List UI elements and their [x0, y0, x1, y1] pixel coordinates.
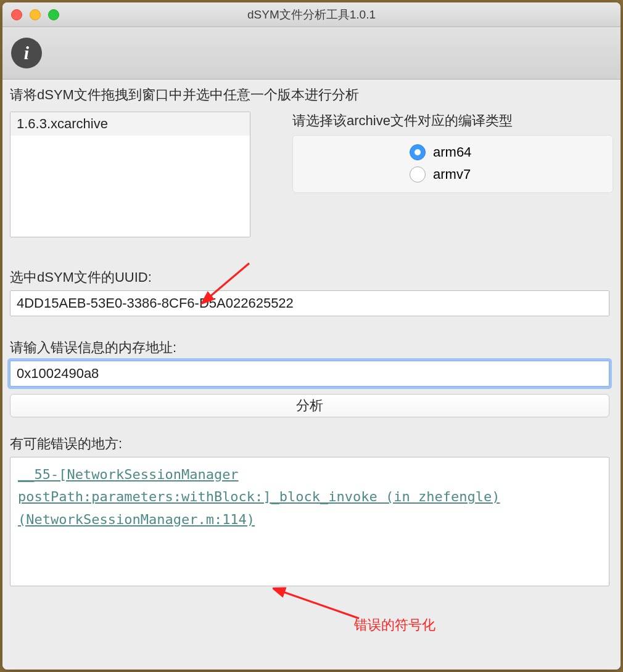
close-icon[interactable]: [11, 9, 22, 20]
annotation-text: 错误的符号化: [354, 616, 435, 634]
top-row: 1.6.3.xcarchive 请选择该archive文件对应的编译类型 arm…: [10, 112, 613, 237]
result-label: 有可能错误的地方:: [10, 435, 613, 453]
app-window: dSYM文件分析工具1.0.1 i 请将dSYM文件拖拽到窗口中并选中任意一个版…: [2, 2, 621, 670]
address-label: 请输入错误信息的内存地址:: [10, 338, 613, 357]
radio-label: armv7: [433, 166, 471, 182]
info-glyph: i: [24, 43, 29, 64]
arch-label: 请选择该archive文件对应的编译类型: [292, 112, 613, 130]
window-title: dSYM文件分析工具1.0.1: [2, 7, 621, 23]
analyze-button[interactable]: 分析: [10, 394, 609, 417]
radio-armv7[interactable]: armv7: [410, 166, 496, 182]
radio-arm64[interactable]: arm64: [410, 144, 496, 160]
content-area: 请将dSYM文件拖拽到窗口中并选中任意一个版本进行分析 1.6.3.xcarch…: [2, 80, 621, 670]
traffic-lights: [11, 9, 59, 20]
list-item[interactable]: 1.6.3.xcarchive: [10, 112, 250, 136]
toolbar: i: [2, 27, 621, 80]
arch-panel: arm64 armv7: [292, 135, 613, 193]
svg-line-1: [281, 591, 359, 618]
radio-label: arm64: [433, 144, 471, 160]
uuid-field[interactable]: [10, 290, 609, 316]
titlebar: dSYM文件分析工具1.0.1: [2, 2, 621, 27]
dsym-file-list[interactable]: 1.6.3.xcarchive: [10, 112, 250, 237]
drag-instruction: 请将dSYM文件拖拽到窗口中并选中任意一个版本进行分析: [10, 86, 613, 104]
result-output[interactable]: __55-[NetworkSessionManager postPath:par…: [10, 457, 609, 586]
minimize-icon[interactable]: [30, 9, 41, 20]
info-icon[interactable]: i: [11, 38, 42, 68]
uuid-label: 选中dSYM文件的UUID:: [10, 268, 613, 287]
arch-section: 请选择该archive文件对应的编译类型 arm64 armv7: [292, 112, 613, 193]
radio-icon: [410, 166, 426, 182]
radio-icon: [410, 144, 426, 160]
maximize-icon[interactable]: [48, 9, 59, 20]
address-field[interactable]: [10, 361, 609, 387]
annotation-arrow-icon: [273, 586, 371, 623]
